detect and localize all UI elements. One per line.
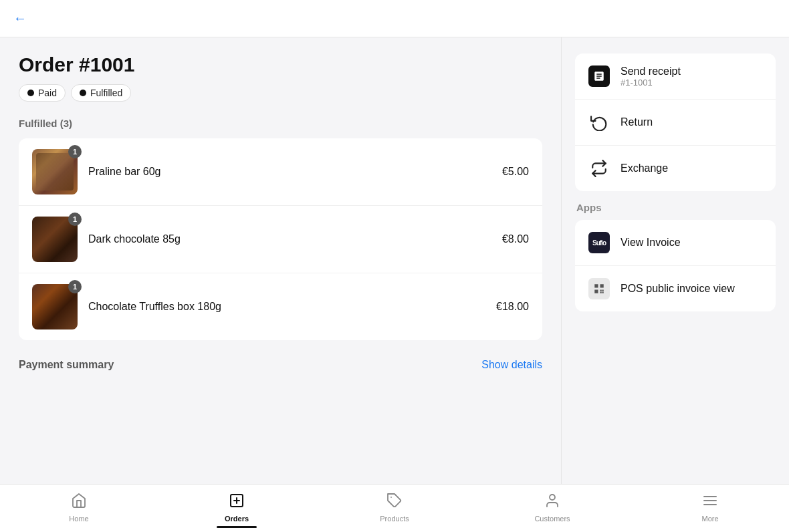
receipt-icon-box xyxy=(588,65,610,87)
exchange-label: Exchange xyxy=(621,162,668,174)
qty-badge-2: 1 xyxy=(68,213,82,226)
svg-rect-4 xyxy=(602,290,604,291)
svg-rect-3 xyxy=(600,290,602,291)
send-receipt-label: Send receipt xyxy=(621,65,681,78)
main-content: Order #1001 Paid Fulfilled Fulfilled (3)… xyxy=(0,37,789,484)
pos-invoice-label: POS public invoice view xyxy=(621,283,735,295)
left-panel: Order #1001 Paid Fulfilled Fulfilled (3)… xyxy=(0,37,562,484)
send-receipt-text: Send receipt #1-1001 xyxy=(621,65,681,88)
nav-item-home[interactable]: Home xyxy=(0,490,158,523)
payment-summary-row: Payment summary Show details xyxy=(19,359,542,371)
return-action[interactable]: Return xyxy=(575,100,776,146)
receipt-icon xyxy=(587,64,611,88)
qty-badge-1: 1 xyxy=(68,145,82,158)
svg-rect-0 xyxy=(594,284,598,287)
item-image-wrap-2: 1 xyxy=(32,217,78,262)
fulfilled-dot xyxy=(80,90,86,96)
fulfilled-section-title: Fulfilled (3) xyxy=(19,118,542,129)
nav-item-orders[interactable]: Orders xyxy=(158,490,316,528)
orders-label: Orders xyxy=(225,515,249,523)
fulfilled-label: Fulfilled xyxy=(90,88,122,98)
active-indicator xyxy=(217,526,257,528)
table-row: 1 Chocolate Truffles box 180g €18.00 xyxy=(19,273,542,340)
products-label: Products xyxy=(380,515,409,523)
customers-label: Customers xyxy=(534,515,570,523)
item-name-3: Chocolate Truffles box 180g xyxy=(88,301,496,313)
svg-rect-1 xyxy=(600,284,604,287)
paid-dot xyxy=(27,90,34,96)
item-name-2: Dark chocolate 85g xyxy=(88,233,502,245)
home-icon xyxy=(71,493,87,513)
return-icon xyxy=(587,110,611,134)
products-icon xyxy=(386,493,403,513)
view-invoice-action[interactable]: Sufio View Invoice xyxy=(575,220,776,266)
paid-label: Paid xyxy=(38,88,57,98)
apps-card: Sufio View Invoice xyxy=(575,220,776,311)
item-price-2: €8.00 xyxy=(502,233,529,245)
fulfilled-badge: Fulfilled xyxy=(71,84,131,102)
exchange-icon xyxy=(587,156,611,180)
pos-app-icon xyxy=(588,278,610,299)
table-row: 1 Praline bar 60g €5.00 xyxy=(19,138,542,206)
items-card: 1 Praline bar 60g €5.00 1 Dark chocolate… xyxy=(19,138,542,340)
svg-rect-6 xyxy=(602,292,604,293)
top-navigation: ← xyxy=(0,0,789,37)
show-details-button[interactable]: Show details xyxy=(481,359,542,371)
return-label: Return xyxy=(621,116,653,128)
nav-item-customers[interactable]: Customers xyxy=(473,490,631,523)
invoice-app-icon: Sufio xyxy=(588,232,610,253)
customers-icon xyxy=(544,493,560,513)
more-icon xyxy=(702,493,718,513)
svg-rect-5 xyxy=(600,292,602,293)
qty-badge-3: 1 xyxy=(68,280,82,293)
send-receipt-sublabel: #1-1001 xyxy=(621,78,681,88)
exchange-action[interactable]: Exchange xyxy=(575,146,776,191)
back-button[interactable]: ← xyxy=(13,11,27,26)
right-panel: Send receipt #1-1001 Return xyxy=(562,37,789,484)
orders-icon xyxy=(229,493,245,513)
pos-invoice-icon xyxy=(587,277,611,301)
payment-summary-title: Payment summary xyxy=(19,359,114,371)
pos-invoice-action[interactable]: POS public invoice view xyxy=(575,266,776,311)
view-invoice-label: View Invoice xyxy=(621,237,681,249)
table-row: 1 Dark chocolate 85g €8.00 xyxy=(19,206,542,273)
actions-card: Send receipt #1-1001 Return xyxy=(575,53,776,191)
item-image-wrap-1: 1 xyxy=(32,149,78,194)
view-invoice-icon: Sufio xyxy=(587,231,611,255)
send-receipt-action[interactable]: Send receipt #1-1001 xyxy=(575,53,776,100)
item-name-1: Praline bar 60g xyxy=(88,166,502,178)
bottom-navigation: Home Orders Products xyxy=(0,484,789,532)
status-badges: Paid Fulfilled xyxy=(19,84,542,102)
svg-point-9 xyxy=(550,495,555,500)
paid-badge: Paid xyxy=(19,84,66,102)
item-price-1: €5.00 xyxy=(502,166,529,178)
order-title: Order #1001 xyxy=(19,53,542,76)
home-label: Home xyxy=(69,515,88,523)
nav-item-more[interactable]: More xyxy=(631,490,789,523)
item-price-3: €18.00 xyxy=(496,301,529,313)
svg-rect-2 xyxy=(594,290,598,293)
nav-item-products[interactable]: Products xyxy=(316,490,473,523)
apps-section-title: Apps xyxy=(575,202,776,213)
more-label: More xyxy=(701,515,718,523)
item-image-wrap-3: 1 xyxy=(32,284,78,329)
